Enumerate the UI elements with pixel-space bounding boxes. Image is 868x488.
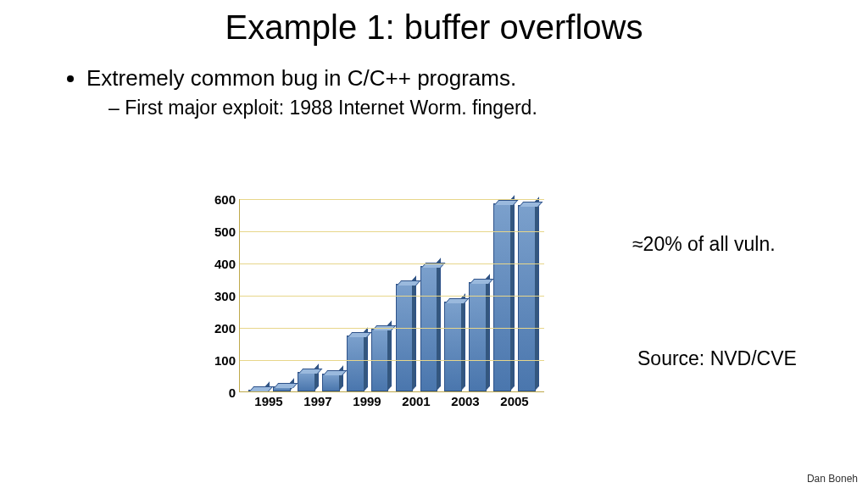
bar bbox=[469, 282, 487, 391]
x-tick-label: 2001 bbox=[392, 394, 441, 408]
y-tick-label: 400 bbox=[195, 257, 236, 271]
bullet-main: Extremely common bug in C/C++ programs. bbox=[86, 65, 817, 92]
y-tick-label: 600 bbox=[195, 192, 236, 207]
bar-chart: 199519971999200120032005 010020030040050… bbox=[186, 191, 559, 428]
footer-author: Dan Boneh bbox=[807, 473, 858, 485]
bullet-sub: First major exploit: 1988 Internet Worm.… bbox=[108, 97, 817, 119]
bullet-list: Extremely common bug in C/C++ programs. … bbox=[0, 47, 868, 119]
x-tick-label: 2003 bbox=[441, 394, 490, 408]
y-tick-label: 500 bbox=[195, 225, 236, 239]
annotation-percent: ≈20% of all vuln. bbox=[632, 233, 776, 256]
bar bbox=[248, 390, 266, 391]
grid-line bbox=[240, 263, 544, 264]
y-tick-label: 300 bbox=[195, 289, 236, 303]
bar bbox=[444, 302, 462, 391]
bar bbox=[518, 205, 536, 391]
y-tick-label: 100 bbox=[195, 353, 236, 368]
slide-title: Example 1: buffer overflows bbox=[0, 0, 868, 47]
grid-line bbox=[240, 328, 544, 329]
grid-line bbox=[240, 199, 544, 200]
x-tick-label: 2005 bbox=[490, 394, 539, 408]
grid-line bbox=[240, 296, 544, 297]
y-tick-label: 0 bbox=[195, 385, 236, 400]
y-tick-label: 200 bbox=[195, 321, 236, 336]
grid-line bbox=[240, 360, 544, 361]
grid-line bbox=[240, 231, 544, 232]
x-tick-label: 1995 bbox=[244, 394, 293, 408]
bar bbox=[273, 386, 291, 391]
bar bbox=[347, 336, 364, 392]
bar bbox=[298, 372, 315, 391]
annotation-source: Source: NVD/CVE bbox=[637, 347, 797, 370]
bar bbox=[396, 284, 414, 391]
x-tick-label: 1997 bbox=[293, 394, 342, 408]
x-tick-label: 1999 bbox=[342, 394, 392, 408]
bar bbox=[322, 374, 340, 391]
